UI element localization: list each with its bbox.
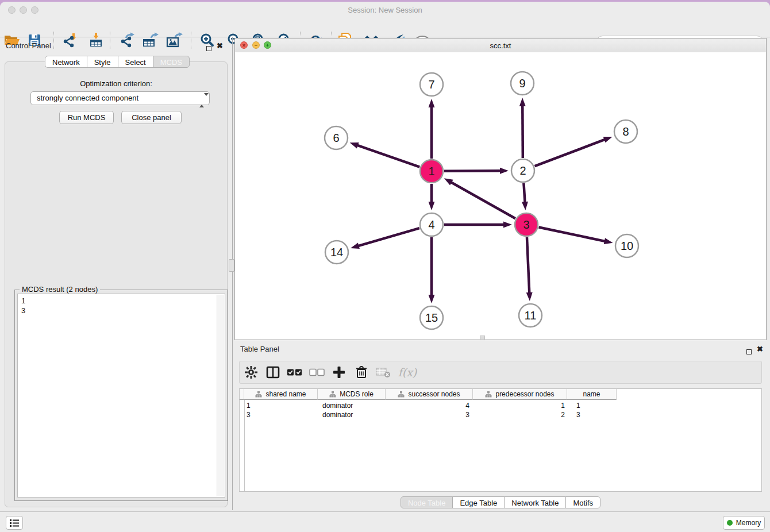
tab-network-table[interactable]: Network Table: [504, 496, 566, 508]
table-cell[interactable]: 2: [473, 410, 567, 419]
table-row[interactable]: 1dominator411: [244, 401, 761, 410]
table-panel-title: Table Panel: [240, 345, 279, 353]
mcds-panel: Optimization criterion: strongly connect…: [5, 61, 228, 507]
column-type-icon: [255, 391, 262, 398]
header-gutter: [240, 389, 244, 400]
graph-edge-arrow-4-14[interactable]: [351, 243, 360, 249]
close-table-panel-icon[interactable]: ✖: [757, 345, 763, 353]
table-panel: Table Panel ✖ f(x): [234, 342, 767, 510]
table-options-icon[interactable]: [240, 364, 263, 381]
graph-edge-arrow-1-4[interactable]: [429, 202, 435, 210]
graph-edge-arrow-1-2[interactable]: [500, 168, 509, 174]
network-canvas[interactable]: 7968124314101511: [235, 52, 766, 340]
network-window-titlebar[interactable]: × − + scc.txt: [235, 38, 766, 53]
table-cell[interactable]: 1: [473, 401, 567, 410]
optimization-label: Optimization criterion:: [5, 79, 227, 88]
graph-edge-1-2[interactable]: [444, 171, 502, 171]
graph-edge-arrow-3-1[interactable]: [444, 178, 453, 185]
table-cell[interactable]: dominator: [318, 410, 386, 419]
tab-edge-table[interactable]: Edge Table: [452, 496, 505, 508]
run-mcds-button[interactable]: Run MCDS: [59, 111, 114, 124]
graph-node-label-15: 15: [425, 311, 438, 324]
table-header: shared name MCDS role successor nodes pr…: [240, 389, 617, 400]
show-columns-icon[interactable]: [263, 364, 283, 381]
column-header-shared-name[interactable]: shared name: [244, 389, 318, 400]
table-row[interactable]: 3dominator323: [244, 410, 761, 419]
memory-button[interactable]: Memory: [723, 516, 765, 530]
table-cell[interactable]: 1: [567, 401, 617, 410]
main-toolbar: ⟳: [0, 15, 770, 37]
tab-select[interactable]: Select: [118, 56, 153, 68]
control-panel-title: Control Panel: [6, 41, 51, 50]
graph-node-label-14: 14: [330, 246, 343, 259]
tab-network[interactable]: Network: [45, 56, 87, 68]
column-type-icon: [329, 391, 336, 398]
close-panel-icon[interactable]: ✖: [217, 42, 223, 49]
table-cell[interactable]: 4: [386, 401, 473, 410]
float-panel-icon[interactable]: [206, 43, 211, 53]
node-table: shared name MCDS role successor nodes pr…: [239, 388, 762, 492]
table-cell[interactable]: 1: [244, 401, 318, 410]
graph-edge-4-14[interactable]: [357, 228, 419, 246]
unselect-all-icon[interactable]: [306, 364, 328, 381]
window-title: Session: New Session: [0, 6, 770, 14]
graph-edge-arrow-2-3[interactable]: [522, 202, 528, 210]
task-history-button[interactable]: [6, 516, 23, 530]
graph-edge-arrow-1-7[interactable]: [429, 99, 435, 107]
column-header-name[interactable]: name: [567, 389, 617, 400]
graph-node-label-1: 1: [428, 165, 434, 178]
delete-columns-icon[interactable]: [351, 364, 372, 381]
close-panel-button[interactable]: Close panel: [121, 111, 182, 124]
tab-motifs[interactable]: Motifs: [565, 496, 600, 508]
network-canvas-wrap[interactable]: 7968124314101511: [235, 52, 766, 340]
graph-node-label-9: 9: [519, 77, 525, 90]
column-header-successor-nodes[interactable]: successor nodes: [386, 389, 473, 400]
mcds-result-text[interactable]: 13: [17, 294, 225, 498]
table-toolbar: f(x): [239, 361, 762, 384]
graph-node-label-6: 6: [333, 132, 339, 144]
memory-status-icon: [727, 520, 733, 526]
graph-edge-arrow-2-8[interactable]: [603, 137, 613, 142]
graph-edge-2-8[interactable]: [535, 139, 606, 166]
table-cell[interactable]: 3: [567, 410, 617, 419]
graph-edge-arrow-2-9[interactable]: [519, 98, 526, 106]
graph-edge-2-3[interactable]: [523, 183, 525, 203]
application-window: Session: New Session: [0, 2, 770, 532]
graph-edge-arrow-1-6[interactable]: [350, 142, 359, 148]
graph-edge-2-9[interactable]: [522, 105, 523, 158]
graph-edge-3-11[interactable]: [527, 237, 529, 294]
graph-edge-1-6[interactable]: [356, 145, 419, 167]
column-header-mcds-role[interactable]: MCDS role: [318, 389, 386, 400]
graph-node-label-2: 2: [519, 164, 526, 177]
tab-style[interactable]: Style: [87, 56, 118, 68]
add-column-icon[interactable]: [328, 364, 351, 381]
panel-splitter[interactable]: [232, 37, 233, 510]
criterion-dropdown[interactable]: strongly connected component: [30, 91, 210, 105]
table-cell[interactable]: 3: [386, 410, 473, 419]
table-cell[interactable]: dominator: [318, 401, 386, 410]
apply-function-icon: f(x): [394, 364, 421, 381]
tab-node-table[interactable]: Node Table: [401, 496, 453, 508]
column-header-predecessor-nodes[interactable]: predecessor nodes: [473, 389, 567, 400]
graph-edge-3-1[interactable]: [450, 182, 515, 218]
table-tabs: Node TableEdge TableNetwork TableMotifs: [234, 496, 767, 508]
graph-edge-arrow-4-15[interactable]: [429, 295, 435, 303]
graph-edge-3-10[interactable]: [539, 228, 606, 242]
graph-edge-arrow-3-10[interactable]: [604, 238, 613, 244]
memory-label: Memory: [736, 519, 761, 527]
tab-mcds[interactable]: MCDS: [153, 56, 190, 68]
network-resize-grip[interactable]: [480, 336, 485, 340]
result-scrollbar[interactable]: [217, 295, 224, 496]
table-body: 1dominator4113dominator323: [244, 401, 761, 419]
column-type-icon: [485, 391, 492, 398]
mcds-result-groupbox: MCDS result (2 nodes) 13: [14, 290, 228, 501]
delete-table-icon: [372, 364, 394, 381]
graph-edge-arrow-3-11[interactable]: [526, 292, 533, 301]
splitter-handle[interactable]: [229, 259, 234, 272]
float-table-panel-icon[interactable]: [746, 346, 752, 357]
select-all-icon[interactable]: [283, 364, 306, 381]
graph-edge-arrow-4-3[interactable]: [503, 222, 512, 228]
criterion-value: strongly connected component: [37, 94, 138, 102]
chevron-up-down-icon: [199, 94, 204, 103]
table-cell[interactable]: 3: [244, 410, 318, 419]
